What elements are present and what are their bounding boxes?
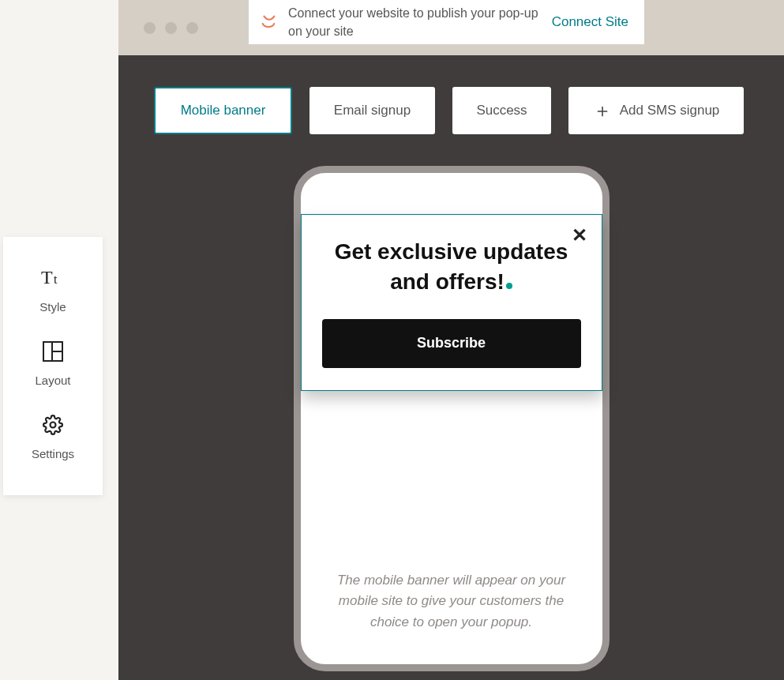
banner-headline[interactable]: Get exclusive updates and offers! — [322, 237, 581, 297]
side-toolbar: T t Style Layout Settings — [3, 237, 103, 495]
subscribe-button[interactable]: Subscribe — [322, 319, 581, 368]
settings-label: Settings — [32, 447, 74, 460]
connect-icon — [260, 13, 277, 31]
tab-email-signup[interactable]: Email signup — [309, 87, 435, 134]
layout-tool[interactable]: Layout — [3, 329, 103, 403]
tab-label: Add SMS signup — [620, 103, 720, 118]
settings-tool[interactable]: Settings — [3, 403, 103, 476]
plus-icon: ＋ — [593, 101, 612, 120]
subscribe-label: Subscribe — [417, 335, 486, 351]
editor-canvas: Mobile banner Email signup Success ＋ Add… — [118, 55, 784, 680]
tab-row: Mobile banner Email signup Success ＋ Add… — [154, 87, 760, 134]
tab-mobile-banner[interactable]: Mobile banner — [154, 87, 292, 134]
tab-add-sms-signup[interactable]: ＋ Add SMS signup — [568, 87, 744, 134]
type-icon: T t — [40, 265, 66, 291]
connect-site-bar: Connect your website to publish your pop… — [249, 0, 644, 44]
main-region: Connect your website to publish your pop… — [118, 0, 784, 680]
style-label: Style — [39, 300, 66, 314]
tab-success[interactable]: Success — [452, 87, 551, 134]
layout-icon — [40, 339, 66, 364]
layout-label: Layout — [35, 374, 70, 387]
banner-headline-text: Get exclusive updates and offers! — [335, 239, 568, 294]
cursor-indicator — [506, 283, 512, 289]
svg-text:t: t — [54, 272, 58, 286]
connect-message: Connect your website to publish your pop… — [288, 4, 541, 40]
preview-hint: The mobile banner will appear on your mo… — [301, 570, 602, 664]
svg-text:T: T — [41, 268, 53, 287]
tab-label: Mobile banner — [181, 103, 266, 118]
connect-site-link[interactable]: Connect Site — [552, 14, 628, 30]
gear-icon — [40, 412, 66, 438]
tab-label: Email signup — [334, 103, 411, 118]
tab-label: Success — [476, 103, 527, 118]
phone-preview: ✕ Get exclusive updates and offers! Subs… — [294, 166, 610, 671]
svg-point-5 — [51, 423, 56, 428]
traffic-dot — [186, 22, 198, 34]
window-chrome: Connect your website to publish your pop… — [118, 0, 784, 55]
traffic-dot — [144, 22, 156, 34]
style-tool[interactable]: T t Style — [3, 256, 103, 329]
traffic-dot — [165, 22, 177, 34]
traffic-lights — [144, 22, 198, 34]
mobile-banner-preview[interactable]: ✕ Get exclusive updates and offers! Subs… — [301, 214, 602, 391]
